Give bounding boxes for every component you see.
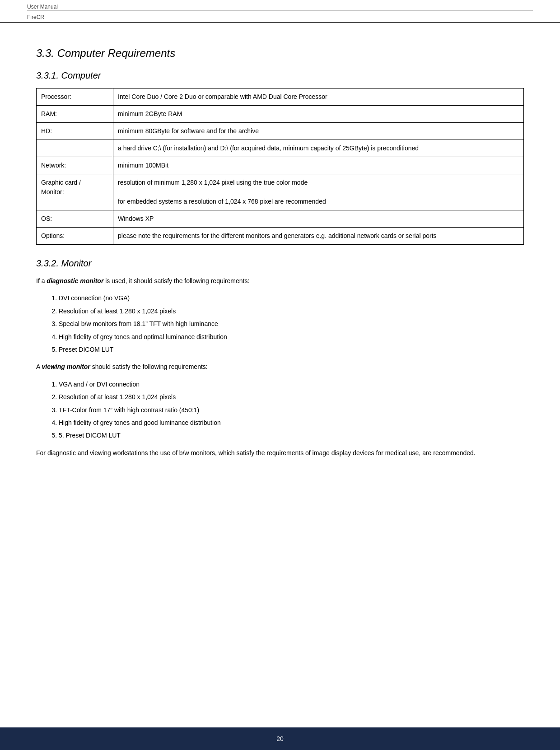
- table-cell-label: RAM:: [37, 106, 113, 123]
- diagnostic-monitor-label: diagnostic monitor: [47, 277, 103, 284]
- header-subtitle: FireCR: [27, 14, 533, 22]
- main-content: 3.3. Computer Requirements 3.3.1. Comput…: [0, 24, 560, 501]
- table-row: a hard drive C;\ (for installation) and …: [37, 140, 524, 157]
- table-cell-value: minimum 80GByte for software and for the…: [113, 123, 524, 140]
- section-title: 3.3. Computer Requirements: [36, 47, 524, 60]
- table-cell-value: minimum 2GByte RAM: [113, 106, 524, 123]
- table-cell-value: Intel Core Duo / Core 2 Duo or comparabl…: [113, 89, 524, 106]
- table-cell-label: Network:: [37, 157, 113, 174]
- list-item: Resolution of at least 1,280 x 1,024 pix…: [59, 306, 524, 316]
- table-row: Network: minimum 100MBit: [37, 157, 524, 174]
- header-title: User Manual: [27, 4, 533, 10]
- table-row: HD: minimum 80GByte for software and for…: [37, 123, 524, 140]
- list-item: TFT-Color from 17” with high contrast ra…: [59, 405, 524, 415]
- list-item: DVI connection (no VGA): [59, 293, 524, 303]
- list-item: Preset DICOM LUT: [59, 345, 524, 354]
- computer-specs-table: Processor: Intel Core Duo / Core 2 Duo o…: [36, 88, 524, 245]
- viewing-requirements-list: VGA and / or DVI connection Resolution o…: [59, 379, 524, 441]
- viewing-intro-paragraph: A viewing monitor should satisfy the fol…: [36, 362, 524, 372]
- table-cell-value: a hard drive C;\ (for installation) and …: [113, 140, 524, 157]
- table-cell-label: Processor:: [37, 89, 113, 106]
- list-item: High fidelity of grey tones and good lum…: [59, 418, 524, 428]
- page-number: 20: [276, 735, 284, 742]
- list-item: 5. Preset DICOM LUT: [59, 430, 524, 440]
- table-row: Options: please note the requirements fo…: [37, 228, 524, 245]
- table-row: Graphic card /Monitor: resolution of min…: [37, 174, 524, 210]
- list-item: High fidelity of grey tones and optimal …: [59, 332, 524, 342]
- table-row: Processor: Intel Core Duo / Core 2 Duo o…: [37, 89, 524, 106]
- page-header: User Manual FireCR: [0, 0, 560, 23]
- table-cell-label: Options:: [37, 228, 113, 245]
- list-item: Resolution of at least 1,280 x 1,024 pix…: [59, 392, 524, 402]
- closing-paragraph: For diagnostic and viewing workstations …: [36, 448, 524, 458]
- subsection2-title: 3.3.2. Monitor: [36, 258, 524, 269]
- diagnostic-requirements-list: DVI connection (no VGA) Resolution of at…: [59, 293, 524, 354]
- table-cell-label: HD:: [37, 123, 113, 140]
- table-cell-value: please note the requirements for the dif…: [113, 228, 524, 245]
- table-cell-value: resolution of minimum 1,280 x 1,024 pixe…: [113, 174, 524, 210]
- diagnostic-intro-paragraph: If a diagnostic monitor is used, it shou…: [36, 276, 524, 286]
- viewing-monitor-label: viewing monitor: [42, 363, 90, 370]
- table-cell-value: minimum 100MBit: [113, 157, 524, 174]
- subsection1-title: 3.3.1. Computer: [36, 70, 524, 81]
- table-row: OS: Windows XP: [37, 210, 524, 228]
- list-item: VGA and / or DVI connection: [59, 379, 524, 389]
- list-item: Special b/w monitors from 18.1” TFT with…: [59, 319, 524, 329]
- table-row: RAM: minimum 2GByte RAM: [37, 106, 524, 123]
- table-cell-label: [37, 140, 113, 157]
- table-cell-label: Graphic card /Monitor:: [37, 174, 113, 210]
- table-cell-label: OS:: [37, 210, 113, 228]
- page-footer: 20: [0, 727, 560, 750]
- table-cell-value: Windows XP: [113, 210, 524, 228]
